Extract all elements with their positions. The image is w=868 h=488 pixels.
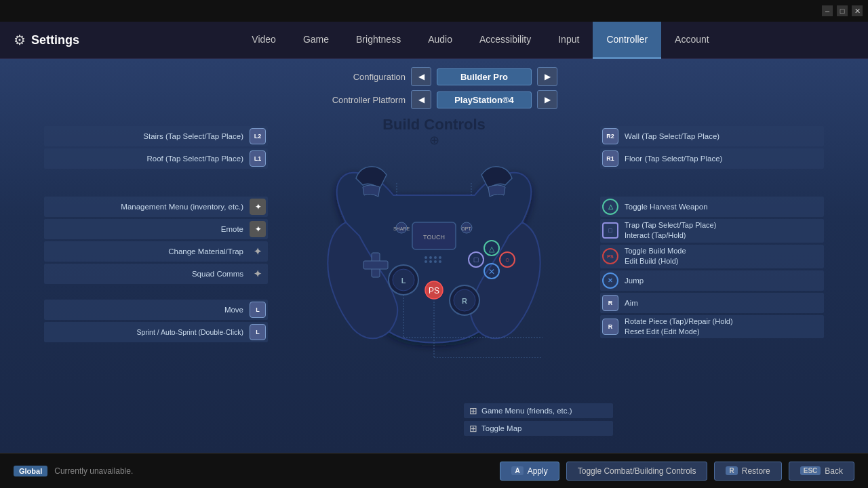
svg-text:○: ○ <box>505 256 510 264</box>
config-section: Configuration ◀ Builder Pro ▶ Controller… <box>0 59 868 109</box>
window-controls: – □ ✕ <box>822 5 863 16</box>
sprint-row: Sprint / Auto-Sprint (Double-Click) L <box>44 322 268 342</box>
rotate-label: Rotate Piece (Tap)/Repair (Hold)Reset Ed… <box>620 317 824 338</box>
harvest-row: △ Toggle Harvest Weapon <box>600 197 824 217</box>
emote-row: Emote ✦ <box>44 219 268 239</box>
maximize-button[interactable]: □ <box>837 5 848 16</box>
apply-button[interactable]: A Apply <box>500 462 559 481</box>
triangle-icon: △ <box>602 199 618 215</box>
platform-next-button[interactable]: ▶ <box>537 90 557 109</box>
toggle-map-row: ⊞ Toggle Map <box>464 421 613 436</box>
svg-point-27 <box>439 256 441 259</box>
touchpad-icon: ⊞ <box>469 405 477 416</box>
svg-text:✕: ✕ <box>488 267 495 277</box>
svg-point-26 <box>434 256 437 259</box>
emote-icon: ✦ <box>250 221 266 237</box>
app-logo: ⚙ Settings <box>14 32 79 48</box>
platform-row: Controller Platform ◀ PlayStation®4 ▶ <box>311 90 557 109</box>
management-row: Management Menu (inventory, etc.) ✦ <box>44 197 268 217</box>
stairs-row: Stairs (Tap Select/Tap Place) L2 <box>44 126 268 146</box>
unavailable-text: Currently unavailable. <box>54 466 493 476</box>
nav-controller[interactable]: Controller <box>593 22 661 59</box>
apply-key: A <box>511 466 523 475</box>
trap-row: □ Trap (Tap Select/Tap Place)Interact (T… <box>600 219 824 243</box>
close-button[interactable]: ✕ <box>852 5 863 16</box>
toggle-map-label: Toggle Map <box>481 424 521 432</box>
change-material-label: Change Material/Trap <box>44 247 248 256</box>
change-material-row: Change Material/Trap ✦ <box>44 241 268 262</box>
harvest-label: Toggle Harvest Weapon <box>620 203 824 211</box>
square-icon: □ <box>602 222 618 239</box>
diagram-section: Stairs (Tap Select/Tap Place) L2 Roof (T… <box>0 113 868 343</box>
r2-icon: R2 <box>602 128 618 144</box>
svg-point-25 <box>429 256 432 259</box>
squad-comms-label: Squad Comms <box>44 270 248 278</box>
svg-text:OPT.: OPT. <box>461 226 472 231</box>
app-title: Settings <box>31 33 79 47</box>
toggle-build-row: PS Toggle Build ModeEdit Build (Hold) <box>600 245 824 268</box>
apply-label: Apply <box>528 466 548 476</box>
roof-row: Roof (Tap Select/Tap Place) L1 <box>44 148 268 169</box>
main-content: Configuration ◀ Builder Pro ▶ Controller… <box>0 59 868 453</box>
toggle-build-label: Toggle Build ModeEdit Build (Hold) <box>620 246 824 267</box>
nav-input[interactable]: Input <box>545 22 593 59</box>
floor-label: Floor (Tap Select/Tap Place) <box>620 155 824 163</box>
back-label: Back <box>825 466 843 476</box>
nav-accessibility[interactable]: Accessibility <box>466 22 545 59</box>
configuration-next-button[interactable]: ▶ <box>537 67 557 86</box>
move-row: Move L <box>44 300 268 320</box>
rotate-row: R Rotate Piece (Tap)/Repair (Hold)Reset … <box>600 315 824 339</box>
svg-point-30 <box>434 260 437 263</box>
squad-comms-row: Squad Comms ✦ <box>44 264 268 284</box>
svg-point-24 <box>425 256 427 259</box>
nav-account[interactable]: Account <box>661 22 723 59</box>
top-nav: ⚙ Settings Video Game Brightness Audio A… <box>0 22 868 59</box>
configuration-row: Configuration ◀ Builder Pro ▶ <box>311 67 557 86</box>
wall-label: Wall (Tap Select/Tap Place) <box>620 132 824 140</box>
r-click-icon: R <box>602 319 618 335</box>
emote-label: Emote <box>44 225 248 233</box>
configuration-prev-button[interactable]: ◀ <box>411 67 431 86</box>
nav-brightness[interactable]: Brightness <box>342 22 414 59</box>
dpad-cross-icon: ✦ <box>250 243 266 260</box>
share-icon: ✦ <box>250 199 266 215</box>
configuration-value: Builder Pro <box>437 68 532 85</box>
back-button[interactable]: ESC Back <box>789 462 854 481</box>
toggle-combat-button[interactable]: Toggle Combat/Building Controls <box>566 462 708 481</box>
r-stick-icon: R <box>602 295 618 311</box>
management-label: Management Menu (inventory, etc.) <box>44 203 248 211</box>
right-controls-panel: R2 Wall (Tap Select/Tap Place) R1 Floor … <box>600 126 824 340</box>
nav-audio[interactable]: Audio <box>414 22 466 59</box>
svg-text:SHARE: SHARE <box>393 226 410 231</box>
aim-label: Aim <box>620 299 824 307</box>
svg-text:□: □ <box>474 256 479 264</box>
diagram-title: Build Controls <box>382 116 486 134</box>
title-bar: – □ ✕ <box>0 0 868 22</box>
configuration-label: Configuration <box>311 72 406 82</box>
nav-items: Video Game Brightness Audio Accessibilit… <box>106 22 854 59</box>
svg-text:PS: PS <box>429 286 439 296</box>
r1-icon: R1 <box>602 150 618 167</box>
l1-icon: L1 <box>250 150 266 167</box>
nav-game[interactable]: Game <box>290 22 342 59</box>
left-controls-panel: Stairs (Tap Select/Tap Place) L2 Roof (T… <box>44 126 268 344</box>
restore-button[interactable]: R Restore <box>714 462 781 481</box>
l2-icon: L2 <box>250 128 266 144</box>
back-key: ESC <box>800 466 821 475</box>
aim-row: R Aim <box>600 293 824 313</box>
restore-key: R <box>726 466 737 475</box>
nav-video[interactable]: Video <box>238 22 290 59</box>
platform-label: Controller Platform <box>311 95 406 105</box>
sprint-label: Sprint / Auto-Sprint (Double-Click) <box>44 328 248 336</box>
move-label: Move <box>44 306 248 314</box>
l-click-icon: L <box>250 324 266 340</box>
minimize-button[interactable]: – <box>822 5 833 16</box>
l-stick-icon: L <box>250 302 266 318</box>
global-badge: Global <box>14 466 47 476</box>
svg-text:TOUCH: TOUCH <box>423 234 445 241</box>
platform-prev-button[interactable]: ◀ <box>411 90 431 109</box>
svg-rect-6 <box>363 261 388 269</box>
gear-icon: ⚙ <box>14 32 26 48</box>
platform-value: PlayStation®4 <box>437 92 532 108</box>
jump-label: Jump <box>620 277 824 285</box>
